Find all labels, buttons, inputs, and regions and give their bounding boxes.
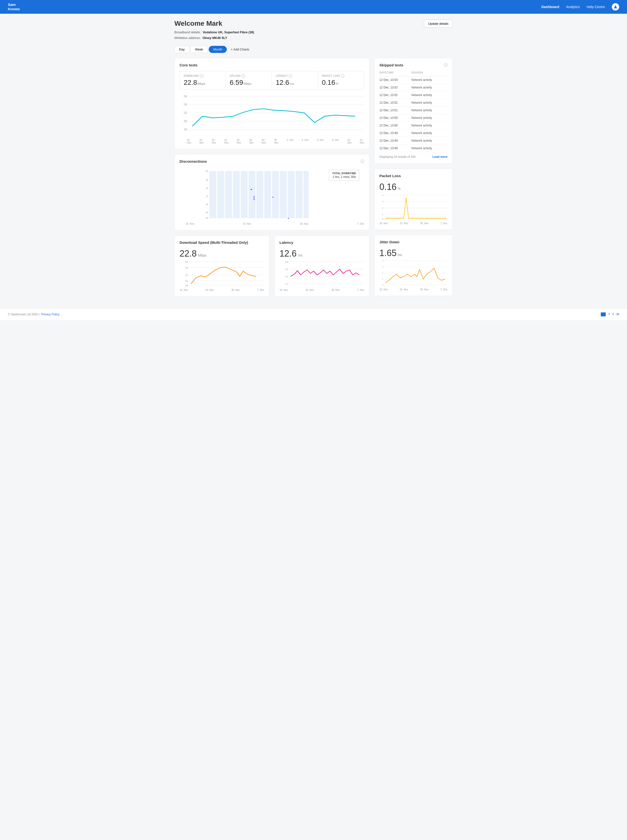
- skipped-tests-footer: Displaying 10 results of 100 Load more: [380, 155, 447, 158]
- svg-text:20: 20: [206, 179, 208, 182]
- svg-rect-37: [304, 171, 309, 218]
- svg-rect-30: [249, 171, 255, 218]
- download-speed-title: Download Speed (Multi-Threaded Only): [180, 240, 264, 245]
- page-meta: Broadband details: Vodafone UK, Superfas…: [174, 29, 254, 41]
- nav-dashboard[interactable]: Dashboard: [541, 5, 559, 9]
- footer: © SamKnows Ltd 2020 | Privacy Policy f t…: [0, 308, 627, 320]
- svg-rect-29: [241, 171, 247, 218]
- svg-rect-40: [254, 198, 255, 199]
- svg-text:1: 1: [382, 213, 383, 216]
- linkedin-social-link[interactable]: in: [616, 313, 619, 316]
- download-speed-chart: 26 24 22 20 18: [180, 259, 264, 288]
- page-info: Welcome Mark Broadband details: Vodafone…: [174, 20, 254, 41]
- content-grid: Core tests DOWNLOAD i 22.8Mbps UPLOAD i: [174, 58, 453, 297]
- svg-text:16: 16: [206, 187, 208, 189]
- privacy-policy-link[interactable]: Privacy Policy: [41, 313, 60, 316]
- packet-loss-chart: 4 3 2 1 0: [380, 192, 447, 221]
- svg-rect-42: [272, 197, 273, 197]
- nav-analytics[interactable]: Analytics: [566, 5, 580, 9]
- latency-card: Latency 12.6 ms 14 13: [274, 235, 369, 297]
- svg-text:2: 2: [382, 207, 383, 209]
- svg-text:24: 24: [185, 266, 188, 269]
- svg-rect-25: [210, 171, 216, 218]
- svg-text:20: 20: [185, 279, 188, 282]
- right-column: Skipped tests i DATE/TIME REASON 12 Dec,…: [374, 58, 453, 297]
- svg-text:3: 3: [382, 266, 383, 268]
- core-tests-x-labels: 16.Nov 18.Nov 20.Nov 22.Nov 24.Nov 26.No…: [180, 138, 364, 144]
- svg-text:00: 00: [206, 217, 208, 219]
- skipped-tests-card: Skipped tests i DATE/TIME REASON 12 Dec,…: [374, 58, 453, 164]
- table-row: 12 Dec, 13:50Network activity: [380, 122, 447, 129]
- add-charts-button[interactable]: + Add Charts: [231, 47, 249, 51]
- footer-social: f t in: [601, 313, 619, 316]
- svg-rect-41: [254, 199, 255, 200]
- jitter-down-card: Jitter Down 1.65 ms 4 3 2: [374, 235, 453, 296]
- logo: Sam Knows: [8, 2, 20, 11]
- svg-text:24: 24: [184, 103, 187, 106]
- tab-week[interactable]: Week: [190, 46, 208, 53]
- packet-loss-card: Packet Loss 0.16 % 4 3 2: [374, 169, 453, 230]
- packet-loss-info-icon[interactable]: i: [341, 74, 344, 78]
- svg-rect-31: [257, 171, 263, 218]
- core-tests-card: Core tests DOWNLOAD i 22.8Mbps UPLOAD i: [174, 58, 369, 149]
- table-row: 12 Dec, 13:52Network activity: [380, 84, 447, 91]
- disconnections-card: Disconnections i 00 20 16 12 08 04 00: [174, 154, 369, 231]
- page-title: Welcome Mark: [174, 20, 254, 27]
- svg-text:14: 14: [285, 261, 288, 263]
- disconnections-chart-container: 00 20 16 12 08 04 00: [180, 167, 364, 222]
- svg-text:18: 18: [184, 128, 187, 131]
- main-nav: Dashboard Analytics Help Centre: [541, 3, 619, 11]
- header: Sam Knows Dashboard Analytics Help Centr…: [0, 0, 627, 14]
- upload-info-icon[interactable]: i: [241, 74, 245, 78]
- packet-loss-x-labels: 16. Nov 23. Nov 30. Nov 7. Dec: [380, 222, 447, 225]
- svg-rect-38: [250, 189, 252, 190]
- svg-text:22: 22: [184, 111, 187, 114]
- svg-text:3: 3: [382, 200, 383, 203]
- download-info-icon[interactable]: i: [200, 74, 203, 78]
- download-speed-card: Download Speed (Multi-Threaded Only) 22.…: [174, 235, 269, 297]
- svg-text:4: 4: [382, 194, 383, 197]
- svg-rect-28: [233, 171, 240, 218]
- twitter-social-link[interactable]: t: [613, 313, 614, 316]
- latency-info-icon[interactable]: i: [289, 74, 292, 78]
- update-details-button[interactable]: Update details: [424, 20, 453, 28]
- upload-metric: UPLOAD i 6.59Mbps: [226, 71, 272, 90]
- load-more-button[interactable]: Load more: [433, 155, 447, 158]
- svg-text:0: 0: [382, 284, 383, 286]
- svg-text:1: 1: [382, 278, 383, 280]
- email-social-link[interactable]: [601, 313, 606, 316]
- jitter-down-title: Jitter Down: [380, 240, 447, 244]
- table-row: 12 Dec, 13:51Network activity: [380, 106, 447, 114]
- svg-text:0: 0: [382, 217, 383, 220]
- svg-text:00: 00: [206, 170, 208, 172]
- disconnections-x-labels: 16. Nov 23. Nov 30. Nov 7. Dec: [180, 223, 364, 225]
- svg-rect-34: [280, 171, 287, 218]
- svg-text:4: 4: [382, 260, 383, 262]
- tab-day[interactable]: Day: [174, 46, 189, 53]
- disconnections-info-icon[interactable]: i: [361, 159, 364, 163]
- jitter-down-chart: 4 3 2 1 0: [380, 258, 447, 288]
- core-tests-title: Core tests: [180, 63, 364, 67]
- left-column: Core tests DOWNLOAD i 22.8Mbps UPLOAD i: [174, 58, 369, 297]
- tab-month[interactable]: Month: [209, 46, 227, 53]
- bottom-charts: Download Speed (Multi-Threaded Only) 22.…: [174, 235, 369, 297]
- total-downtime-box: TOTAL DOWNTIME 1 hrs, 1 mins, 50s: [329, 170, 359, 181]
- nav-help-centre[interactable]: Help Centre: [587, 5, 605, 9]
- svg-rect-33: [272, 171, 279, 218]
- skipped-tests-info-icon[interactable]: i: [444, 63, 447, 67]
- jitter-down-x-labels: 16. Nov 23. Nov 30. Nov 7. Dec: [380, 288, 447, 291]
- table-row: 12 Dec, 13:52Network activity: [380, 91, 447, 99]
- svg-text:12: 12: [206, 195, 208, 197]
- disconnections-title: Disconnections i: [180, 159, 364, 163]
- skipped-tests-title: Skipped tests i: [380, 63, 447, 67]
- download-speed-x-labels: 16. Nov 23. Nov 30. Nov 7. Dec: [180, 289, 264, 291]
- facebook-social-link[interactable]: f: [609, 313, 610, 316]
- latency-x-labels: 16. Nov 23. Nov 30. Nov 7. Dec: [279, 289, 364, 291]
- svg-rect-26: [217, 171, 224, 218]
- user-avatar[interactable]: [612, 3, 619, 11]
- metrics-row: DOWNLOAD i 22.8Mbps UPLOAD i 6.59Mbps: [180, 71, 364, 90]
- table-row: 12 Dec, 13:48Network activity: [380, 144, 447, 152]
- footer-copyright: © SamKnows Ltd 2020 | Privacy Policy: [8, 313, 60, 316]
- svg-text:26: 26: [184, 95, 187, 98]
- download-metric: DOWNLOAD i 22.8Mbps: [180, 71, 226, 90]
